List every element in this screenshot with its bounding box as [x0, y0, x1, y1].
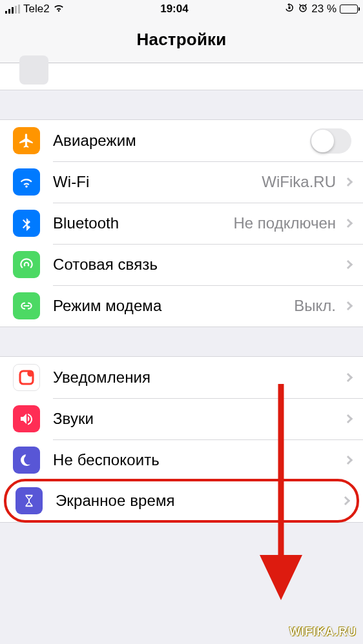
setting-label: Режим модема: [53, 297, 294, 315]
svg-point-3: [27, 370, 34, 377]
status-bar: Tele2 19:04 23 %: [0, 0, 363, 18]
airplane-toggle[interactable]: [310, 128, 351, 154]
hourglass-icon: [16, 487, 43, 514]
status-left: Tele2: [5, 3, 65, 15]
orientation-lock-icon: [284, 3, 295, 16]
battery-pct-label: 23 %: [311, 3, 337, 15]
chevron-right-icon: [344, 301, 353, 310]
sounds-icon: [13, 405, 40, 432]
settings-group-notifications: Уведомления Звуки Не беспокоить Экранное…: [0, 356, 363, 523]
status-time: 19:04: [160, 3, 188, 15]
apple-id-row-partial[interactable]: [0, 63, 363, 90]
wifi-icon: [13, 168, 40, 196]
bluetooth-icon: [13, 210, 40, 237]
group-separator: [0, 90, 363, 119]
watermark: WIFIKA.RU: [289, 625, 357, 639]
setting-label: Звуки: [53, 410, 341, 428]
chevron-right-icon: [344, 373, 353, 382]
hotspot-icon: [13, 292, 40, 319]
cellular-signal-icon: [5, 5, 20, 14]
setting-sounds[interactable]: Звуки: [0, 398, 363, 439]
chevron-right-icon: [344, 260, 353, 269]
setting-notifications[interactable]: Уведомления: [0, 357, 363, 398]
notifications-icon: [13, 364, 40, 391]
group-separator: [0, 327, 363, 356]
settings-group-connectivity: Авиарежим Wi-Fi WiFika.RU Bluetooth Не п…: [0, 119, 363, 327]
setting-cellular[interactable]: Сотовая связь: [0, 244, 363, 285]
setting-label: Экранное время: [56, 492, 338, 510]
svg-rect-0: [289, 7, 291, 9]
setting-bluetooth[interactable]: Bluetooth Не подключен: [0, 203, 363, 244]
setting-label: Wi-Fi: [53, 173, 262, 191]
setting-label: Не беспокоить: [53, 451, 341, 469]
chevron-right-icon: [344, 177, 353, 186]
setting-wifi[interactable]: Wi-Fi WiFika.RU: [0, 161, 363, 203]
setting-detail: Не подключен: [233, 214, 336, 232]
carrier-label: Tele2: [23, 3, 50, 15]
setting-label: Сотовая связь: [53, 256, 341, 274]
chevron-right-icon: [344, 219, 353, 228]
setting-airplane-mode[interactable]: Авиарежим: [0, 120, 363, 161]
page-header: Настройки: [0, 18, 363, 63]
chevron-right-icon: [341, 496, 350, 505]
cellular-icon: [13, 251, 40, 278]
page-title: Настройки: [0, 30, 363, 50]
battery-icon: [340, 5, 358, 14]
status-right: 23 %: [284, 3, 358, 16]
setting-label: Уведомления: [53, 368, 341, 387]
setting-detail: WiFika.RU: [262, 173, 336, 191]
setting-hotspot[interactable]: Режим модема Выкл.: [0, 285, 363, 327]
setting-screen-time[interactable]: Экранное время: [4, 479, 359, 523]
setting-do-not-disturb[interactable]: Не беспокоить: [0, 439, 363, 481]
chevron-right-icon: [344, 414, 353, 423]
airplane-icon: [13, 127, 40, 154]
setting-label: Bluetooth: [53, 214, 233, 232]
setting-detail: Выкл.: [294, 297, 336, 315]
alarm-icon: [298, 3, 308, 16]
moon-icon: [13, 447, 40, 474]
setting-label: Авиарежим: [53, 132, 310, 150]
chevron-right-icon: [344, 456, 353, 465]
wifi-status-icon: [53, 3, 65, 15]
